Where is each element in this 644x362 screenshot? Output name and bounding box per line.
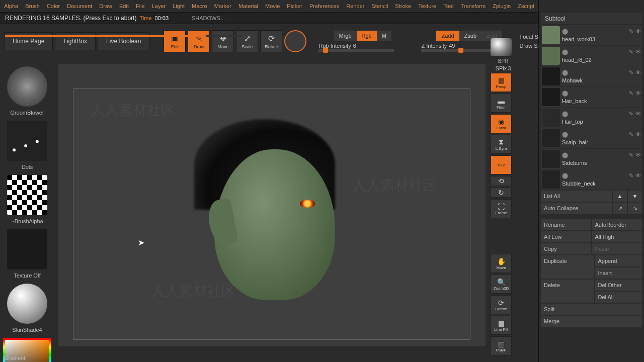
mrgb-mode[interactable]: Mrgb bbox=[334, 31, 356, 41]
all-high-button[interactable]: All High bbox=[592, 231, 642, 242]
menu-stencil[interactable]: Stencil bbox=[371, 3, 388, 9]
eye-icon[interactable]: 👁 bbox=[635, 111, 641, 117]
eye-icon[interactable]: 👁 bbox=[635, 90, 641, 97]
viewport[interactable]: ➤ bbox=[58, 64, 486, 346]
subtool-item[interactable]: ⬤ ✎👁 head_r8_02 bbox=[541, 46, 642, 66]
stroke-thumbnail[interactable] bbox=[7, 121, 47, 161]
toggle-dot-icon[interactable]: ⬤ bbox=[562, 90, 568, 97]
zadd-mode[interactable]: Zadd bbox=[436, 31, 459, 41]
linefill-button[interactable]: ▦Line Fill bbox=[491, 316, 512, 335]
zoom3d-button[interactable]: 🔍Zoom3D bbox=[491, 275, 512, 294]
move-tool[interactable]: ✥Move bbox=[212, 30, 234, 52]
floor-button[interactable]: ▬Floor bbox=[491, 94, 512, 113]
menu-movie[interactable]: Movie bbox=[265, 3, 280, 9]
split-button[interactable]: Split bbox=[541, 304, 642, 315]
eye-icon[interactable]: 👁 bbox=[635, 28, 641, 35]
move-up-button[interactable]: ▲ bbox=[613, 191, 627, 202]
menu-light[interactable]: Light bbox=[173, 3, 185, 9]
rgb-mode[interactable]: Rgb bbox=[357, 31, 377, 41]
brush-small-icon[interactable]: ✎ bbox=[629, 131, 633, 138]
texture-thumbnail[interactable] bbox=[7, 229, 47, 269]
brush-small-icon[interactable]: ✎ bbox=[629, 49, 633, 55]
menu-zscript[interactable]: Zscript bbox=[518, 3, 534, 9]
toggle-dot-icon[interactable]: ⬤ bbox=[562, 28, 568, 35]
toggle-dot-icon[interactable]: ⬤ bbox=[562, 49, 568, 55]
subtool-item[interactable]: ⬤ ✎👁 Scalp_hair bbox=[541, 128, 642, 148]
local-button[interactable]: ◉Local bbox=[491, 114, 512, 133]
rotate-nav-button[interactable]: ⟳Rotate bbox=[491, 295, 512, 314]
eye-icon[interactable]: 👁 bbox=[635, 131, 641, 138]
menu-zplugin[interactable]: Zplugin bbox=[493, 3, 511, 9]
del-other-button[interactable]: Del Other bbox=[595, 280, 642, 291]
xyz-button[interactable]: XYZ bbox=[491, 155, 512, 174]
move-down-button[interactable]: ▼ bbox=[628, 191, 642, 202]
insert-button[interactable]: Insert bbox=[595, 267, 642, 279]
zsub-mode[interactable]: Zsub bbox=[459, 31, 481, 41]
collapse-up-button[interactable]: ↗ bbox=[613, 203, 627, 214]
eye-icon[interactable]: 👁 bbox=[635, 49, 641, 55]
menu-file[interactable]: File bbox=[136, 3, 145, 9]
menu-tool[interactable]: Tool bbox=[443, 3, 453, 9]
collapse-down-button[interactable]: ↘ bbox=[628, 203, 642, 214]
menu-brush[interactable]: Brush bbox=[25, 3, 40, 9]
toggle-dot-icon[interactable]: ⬤ bbox=[562, 69, 568, 76]
menu-draw[interactable]: Draw bbox=[99, 3, 112, 9]
subtool-item[interactable]: ⬤ ✎👁 Hair_back bbox=[541, 87, 642, 107]
m-mode[interactable]: M bbox=[377, 31, 391, 41]
menu-layer[interactable]: Layer bbox=[152, 3, 166, 9]
subtool-item[interactable]: ⬤ ✎👁 Mohawk bbox=[541, 66, 642, 86]
scale-tool[interactable]: ⤢Scale bbox=[236, 30, 258, 52]
menu-marker[interactable]: Marker bbox=[214, 3, 231, 9]
brush-small-icon[interactable]: ✎ bbox=[629, 111, 633, 117]
autoreorder-button[interactable]: AutoReorder bbox=[592, 219, 642, 230]
menu-preferences[interactable]: Preferences bbox=[309, 3, 339, 9]
menu-render[interactable]: Render bbox=[346, 3, 364, 9]
menu-edit[interactable]: Edit bbox=[119, 3, 129, 9]
toggle-dot-icon[interactable]: ⬤ bbox=[562, 111, 568, 117]
cycle1-button[interactable]: ⟲ bbox=[491, 176, 512, 186]
menu-texture[interactable]: Texture bbox=[418, 3, 436, 9]
duplicate-button[interactable]: Duplicate bbox=[541, 255, 594, 279]
rgb-intensity-slider[interactable] bbox=[318, 49, 394, 52]
menu-material[interactable]: Material bbox=[238, 3, 258, 9]
lsym-button[interactable]: ⧗L.Sym bbox=[491, 135, 512, 154]
brush-small-icon[interactable]: ✎ bbox=[629, 69, 633, 76]
del-all-button[interactable]: Del All bbox=[595, 292, 642, 303]
brush-small-icon[interactable]: ✎ bbox=[629, 90, 633, 97]
eye-icon[interactable]: 👁 bbox=[635, 152, 641, 158]
subtool-item[interactable]: ⬤ ✎👁 head_work03 bbox=[541, 25, 642, 45]
merge-button[interactable]: Merge bbox=[541, 316, 642, 327]
persp-button[interactable]: ▦Persp bbox=[491, 73, 512, 92]
canvas[interactable]: ➤ bbox=[73, 88, 470, 340]
move-nav-button[interactable]: ✋Move bbox=[491, 254, 512, 273]
polyf-button[interactable]: ▥PolyF bbox=[491, 336, 512, 355]
toggle-dot-icon[interactable]: ⬤ bbox=[562, 131, 568, 138]
menu-color[interactable]: Color bbox=[47, 3, 60, 9]
subtool-item[interactable]: ⬤ ✎👁 Hair_top bbox=[541, 108, 642, 128]
copy-button[interactable]: Copy bbox=[541, 243, 591, 254]
delete-button[interactable]: Delete bbox=[541, 280, 594, 303]
draw-tool[interactable]: ✎Draw bbox=[188, 30, 210, 52]
list-all-button[interactable]: List All bbox=[541, 191, 612, 202]
brush-small-icon[interactable]: ✎ bbox=[629, 152, 633, 158]
eye-icon[interactable]: 👁 bbox=[635, 172, 641, 179]
eye-icon[interactable]: 👁 bbox=[635, 69, 641, 76]
menu-picker[interactable]: Picker bbox=[287, 3, 302, 9]
toggle-dot-icon[interactable]: ⬤ bbox=[562, 172, 568, 179]
rotate-tool[interactable]: ⟳Rotate bbox=[260, 30, 282, 52]
brush-small-icon[interactable]: ✎ bbox=[629, 172, 633, 179]
brush-small-icon[interactable]: ✎ bbox=[629, 28, 633, 35]
auto-collapse-button[interactable]: Auto Collapse bbox=[541, 203, 612, 214]
menu-alpha[interactable]: Alpha bbox=[4, 3, 18, 9]
subtool-title[interactable]: Subtool bbox=[541, 13, 642, 24]
brush-thumbnail[interactable] bbox=[7, 66, 47, 107]
edit-tool[interactable]: ▣Edit bbox=[164, 30, 186, 52]
paste-button[interactable]: Paste bbox=[592, 243, 642, 254]
gizmo-button[interactable] bbox=[284, 30, 306, 52]
all-low-button[interactable]: All Low bbox=[541, 231, 591, 242]
cycle2-button[interactable]: ↻ bbox=[491, 188, 512, 198]
gradient-label[interactable]: Gradient bbox=[4, 355, 25, 361]
menu-document[interactable]: Document bbox=[67, 3, 92, 9]
toggle-dot-icon[interactable]: ⬤ bbox=[562, 152, 568, 158]
subtool-item[interactable]: ⬤ ✎👁 Stubble_neck bbox=[541, 169, 642, 190]
